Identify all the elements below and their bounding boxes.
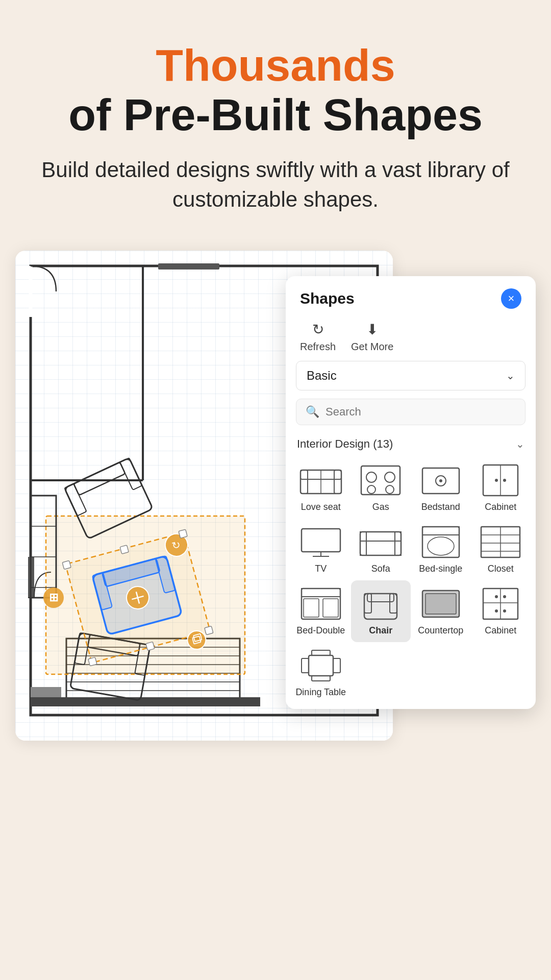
svg-point-58	[367, 485, 375, 494]
shape-icon-bed-single	[418, 525, 463, 559]
shape-label-chair: Chair	[369, 625, 392, 636]
svg-point-66	[503, 479, 506, 482]
shape-item-bed-double[interactable]: Bed-Double	[291, 580, 351, 642]
svg-rect-101	[302, 658, 309, 673]
shape-icon-tv	[298, 525, 343, 559]
shape-icon-countertop	[418, 586, 463, 621]
shape-item-dining-table[interactable]: Dining Table	[291, 642, 351, 704]
shape-item-love-seat[interactable]: Love seat	[291, 457, 351, 519]
svg-point-98	[495, 609, 498, 612]
svg-rect-84	[302, 589, 340, 597]
shape-label-tv: TV	[315, 564, 327, 574]
shape-item-gas[interactable]: Gas	[351, 457, 411, 519]
svg-rect-102	[333, 658, 340, 673]
shape-item-cabinet1[interactable]: Cabinet	[471, 457, 531, 519]
svg-rect-83	[302, 589, 340, 619]
svg-rect-20	[120, 458, 142, 490]
svg-rect-39	[120, 545, 129, 554]
svg-rect-67	[302, 529, 340, 552]
search-bar: 🔍	[296, 399, 525, 425]
shape-icon-dining-table	[298, 648, 343, 683]
title-orange: Thousands	[31, 41, 520, 90]
panel-title: Shapes	[300, 290, 355, 307]
shape-item-sofa[interactable]: Sofa	[351, 519, 411, 580]
get-more-label: Get More	[351, 341, 393, 353]
shape-label-countertop: Countertop	[418, 625, 463, 636]
svg-rect-36	[179, 529, 187, 538]
svg-rect-38	[205, 626, 213, 635]
svg-point-59	[386, 485, 394, 494]
shape-icon-bed-double	[298, 586, 343, 621]
svg-rect-104	[312, 676, 330, 681]
dropdown-value: Basic	[307, 369, 337, 383]
svg-rect-13	[31, 687, 61, 697]
svg-point-56	[366, 472, 377, 482]
shape-label-love-seat: Love seat	[301, 502, 341, 512]
shape-icon-love-seat	[298, 463, 343, 498]
svg-point-57	[385, 472, 395, 482]
svg-rect-18	[73, 462, 125, 496]
svg-point-62	[439, 479, 442, 482]
shape-item-bed-single[interactable]: Bed-single	[411, 519, 471, 580]
svg-rect-74	[395, 532, 401, 555]
shape-label-dining-table: Dining Table	[295, 687, 346, 698]
shape-item-countertop[interactable]: Countertop	[411, 580, 471, 642]
main-content: ↻	[15, 251, 536, 787]
shape-item-tv[interactable]: TV	[291, 519, 351, 580]
shape-icon-bedstand	[418, 463, 463, 498]
header-section: Thousands of Pre-Built Shapes Build deta…	[0, 0, 551, 235]
shape-icon-cabinet1	[478, 463, 523, 498]
refresh-label: Refresh	[300, 341, 336, 353]
svg-rect-37	[88, 657, 97, 666]
svg-rect-40	[146, 642, 155, 651]
shape-item-closet[interactable]: Closet	[471, 519, 531, 580]
shape-icon-chair	[358, 586, 403, 621]
shape-label-sofa: Sofa	[371, 564, 390, 574]
svg-point-99	[503, 609, 506, 612]
shape-label-cabinet1: Cabinet	[485, 502, 516, 512]
refresh-button[interactable]: ↻ Refresh	[300, 321, 336, 353]
svg-rect-85	[304, 599, 319, 617]
shape-item-cabinet2[interactable]: Cabinet	[471, 580, 531, 642]
search-input[interactable]	[325, 405, 516, 419]
search-icon: 🔍	[306, 405, 319, 419]
shape-label-bed-single: Bed-single	[419, 564, 462, 574]
svg-point-65	[495, 479, 498, 482]
shape-label-cabinet2: Cabinet	[485, 625, 516, 636]
category-chevron-icon: ⌄	[516, 438, 524, 450]
svg-point-97	[503, 595, 506, 598]
svg-rect-103	[312, 650, 330, 655]
svg-rect-53	[334, 470, 341, 494]
panel-header: Shapes ×	[286, 276, 536, 317]
svg-rect-75	[422, 527, 459, 557]
chevron-down-icon: ⌄	[506, 370, 515, 382]
svg-point-77	[428, 537, 454, 555]
shape-item-chair[interactable]: Chair	[351, 580, 411, 642]
shape-label-gas: Gas	[372, 502, 389, 512]
shapes-panel: Shapes × ↻ Refresh ⬇ Get More Basic ⌄ 🔍	[286, 276, 536, 709]
category-dropdown[interactable]: Basic ⌄	[296, 361, 525, 390]
svg-rect-92	[425, 594, 456, 614]
shape-icon-closet	[478, 525, 523, 559]
svg-rect-19	[64, 484, 86, 516]
shape-label-bedstand: Bedstand	[421, 502, 460, 512]
shapes-grid: Love seatGasBedstandCabinetTVSofaBed-sin…	[286, 457, 536, 709]
get-more-icon: ⬇	[366, 321, 378, 338]
svg-rect-35	[62, 560, 71, 569]
shape-icon-cabinet2	[478, 586, 523, 621]
svg-rect-12	[31, 697, 260, 706]
svg-rect-100	[309, 655, 333, 676]
category-title: Interior Design (13)	[297, 437, 393, 451]
get-more-button[interactable]: ⬇ Get More	[351, 321, 393, 353]
svg-rect-76	[422, 527, 459, 535]
shape-label-closet: Closet	[488, 564, 514, 574]
category-header[interactable]: Interior Design (13) ⌄	[286, 433, 536, 457]
close-button[interactable]: ×	[501, 288, 521, 309]
svg-rect-52	[300, 470, 308, 494]
svg-rect-87	[364, 594, 397, 619]
title-black: of Pre-Built Shapes	[31, 90, 520, 140]
panel-actions: ↻ Refresh ⬇ Get More	[286, 317, 536, 361]
shape-item-bedstand[interactable]: Bedstand	[411, 457, 471, 519]
svg-rect-73	[360, 532, 366, 555]
refresh-icon: ↻	[312, 321, 324, 338]
